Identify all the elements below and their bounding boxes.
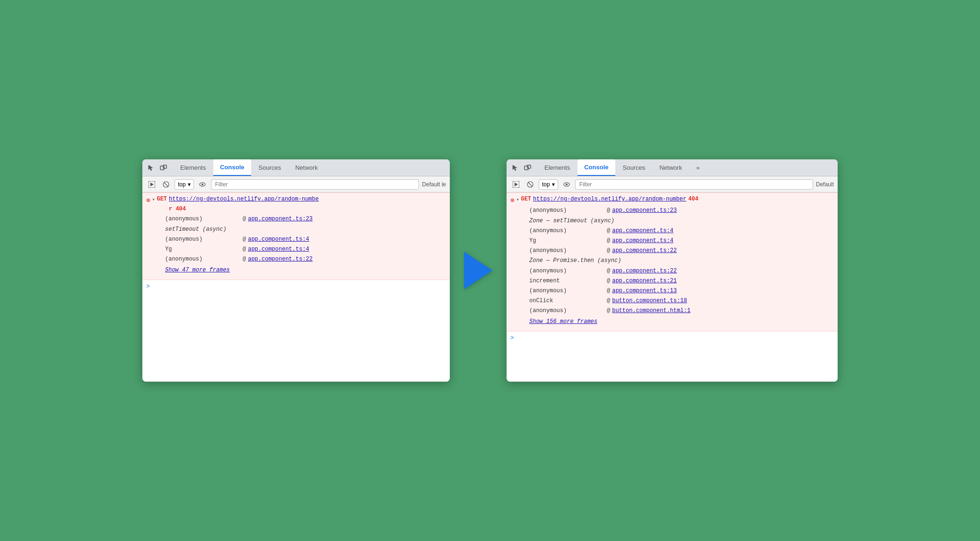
right-context-selector[interactable]: top ▾: [539, 179, 558, 190]
right-box-icon[interactable]: [523, 163, 533, 173]
right-frame-link-4[interactable]: app.component.ts:22: [612, 267, 677, 276]
right-frame-link-7[interactable]: button.component.ts:18: [612, 297, 687, 305]
left-frame-name-2: Yg: [165, 245, 241, 254]
svg-point-15: [566, 183, 568, 185]
right-frame-name-4: (anonymous): [529, 267, 605, 276]
left-error-url[interactable]: https://ng-devtools.netlify.app/random-n…: [169, 195, 319, 204]
left-devtools-panel: Elements Console Sources Network top ▾: [142, 159, 450, 382]
left-frame-link-2[interactable]: app.component.ts:4: [248, 245, 309, 254]
right-frame-2: Yg @ app.component.ts:4: [510, 236, 834, 246]
right-frame-link-8[interactable]: button.component.html:1: [612, 306, 691, 315]
comparison-container: Elements Console Sources Network top ▾: [142, 159, 838, 382]
right-error-first-line: GET https://ng-devtools.netlify.app/rand…: [521, 195, 834, 204]
left-triangle[interactable]: ▾: [152, 196, 155, 204]
right-frame-name-3: (anonymous): [529, 246, 605, 255]
right-filter-input[interactable]: [575, 179, 813, 190]
right-frame-at-7: @: [607, 297, 610, 305]
right-frame-link-0[interactable]: app.component.ts:23: [612, 206, 677, 215]
right-toolbar-icons: [510, 163, 533, 173]
right-frame-at-0: @: [607, 206, 610, 215]
right-frame-8: (anonymous) @ button.component.html:1: [510, 306, 834, 316]
right-tab-console[interactable]: Console: [578, 159, 615, 176]
right-frame-3: (anonymous) @ app.component.ts:22: [510, 246, 834, 256]
left-frame-at-3: @: [243, 255, 246, 264]
right-frame-link-2[interactable]: app.component.ts:4: [612, 236, 674, 245]
right-frame-link-6[interactable]: app.component.ts:13: [612, 287, 677, 296]
right-error-entry: ⊗ ▾ GET https://ng-devtools.netlify.app/…: [507, 192, 838, 332]
left-frame-name-1: (anonymous): [165, 235, 241, 244]
left-frame-0: (anonymous) @ app.component.ts:23: [146, 214, 446, 224]
left-toolbar-icons: [146, 163, 169, 173]
right-frame-link-1[interactable]: app.component.ts:4: [612, 227, 674, 236]
right-async-sep-2: Zone — Promise.then (async): [510, 256, 834, 266]
left-eye-button[interactable]: [197, 179, 208, 190]
left-frame-1: (anonymous) @ app.component.ts:4: [146, 235, 446, 244]
left-error-continuation: r 404: [146, 206, 446, 214]
right-frame-link-3[interactable]: app.component.ts:22: [612, 246, 677, 255]
right-block-button[interactable]: [525, 179, 536, 190]
right-frame-name-8: (anonymous): [529, 306, 605, 315]
left-frame-3: (anonymous) @ app.component.ts:22: [146, 254, 446, 264]
svg-point-7: [201, 183, 203, 185]
left-error-entry: ⊗ ▾ GET https://ng-devtools.netlify.app/…: [142, 192, 450, 280]
left-tab-bar: Elements Console Sources Network: [142, 159, 450, 176]
svg-rect-0: [160, 166, 164, 170]
left-frame-at-0: @: [243, 215, 246, 224]
right-frame-4: (anonymous) @ app.component.ts:22: [510, 266, 834, 276]
left-console-prompt[interactable]: >: [142, 280, 450, 293]
right-default-levels: Default: [816, 181, 834, 188]
right-triangle[interactable]: ▾: [516, 196, 519, 204]
left-tab-console[interactable]: Console: [213, 159, 251, 176]
right-frame-at-5: @: [607, 277, 610, 286]
right-frame-name-2: Yg: [529, 236, 605, 245]
arrow-container: [464, 252, 492, 289]
right-eye-button[interactable]: [561, 179, 572, 190]
right-frame-1: (anonymous) @ app.component.ts:4: [510, 226, 834, 236]
left-tab-sources[interactable]: Sources: [252, 159, 288, 176]
left-console-content: ⊗ ▾ GET https://ng-devtools.netlify.app/…: [142, 192, 450, 382]
left-frame-link-0[interactable]: app.component.ts:23: [248, 215, 313, 224]
right-console-prompt[interactable]: >: [507, 332, 838, 344]
right-error-url[interactable]: https://ng-devtools.netlify.app/random-n…: [533, 195, 686, 204]
left-block-button[interactable]: [160, 179, 172, 190]
right-tab-sources[interactable]: Sources: [616, 159, 652, 176]
left-tab-network[interactable]: Network: [289, 159, 324, 176]
left-frame-at-2: @: [243, 245, 246, 254]
right-error-icon: ⊗: [510, 195, 514, 206]
left-frame-link-1[interactable]: app.component.ts:4: [248, 235, 309, 244]
left-toolbar: top ▾ Default le: [142, 176, 450, 192]
right-error-code: 404: [688, 195, 699, 204]
left-box-icon[interactable]: [158, 163, 169, 173]
left-show-more[interactable]: Show 47 more frames: [146, 264, 446, 278]
left-default-levels: Default le: [422, 181, 446, 188]
left-error-header: ⊗ ▾ GET https://ng-devtools.netlify.app/…: [146, 195, 446, 206]
right-frame-0: (anonymous) @ app.component.ts:23: [510, 206, 834, 216]
right-frame-name-7: onClick: [529, 297, 605, 305]
right-show-more[interactable]: Show 156 more frames: [510, 316, 834, 329]
right-async-label-2: Zone — Promise.then (async): [529, 256, 621, 265]
direction-arrow: [464, 252, 492, 289]
right-tab-elements[interactable]: Elements: [538, 159, 577, 176]
right-frame-at-4: @: [607, 267, 610, 276]
right-run-button[interactable]: [510, 179, 522, 190]
svg-marker-3: [150, 183, 154, 186]
left-cursor-icon[interactable]: [146, 163, 157, 173]
right-frame-at-6: @: [607, 287, 610, 296]
right-cursor-icon[interactable]: [510, 163, 521, 173]
right-frame-7: onClick @ button.component.ts:18: [510, 296, 834, 306]
right-tab-more[interactable]: »: [690, 159, 706, 176]
left-frame-at-1: @: [243, 235, 246, 244]
left-frame-async-label-1: setTimeout (async): [165, 225, 241, 234]
right-tab-network[interactable]: Network: [653, 159, 689, 176]
svg-marker-11: [515, 183, 518, 186]
left-tab-elements[interactable]: Elements: [174, 159, 212, 176]
right-error-header: ⊗ ▾ GET https://ng-devtools.netlify.app/…: [510, 195, 834, 206]
left-context-selector[interactable]: top ▾: [175, 179, 194, 190]
left-run-button[interactable]: [146, 179, 158, 190]
right-frame-name-1: (anonymous): [529, 227, 605, 236]
right-frame-link-5[interactable]: app.component.ts:21: [612, 277, 677, 286]
left-error-icon: ⊗: [146, 195, 150, 206]
left-filter-input[interactable]: [211, 179, 420, 190]
right-error-method: GET: [521, 195, 531, 204]
left-frame-link-3[interactable]: app.component.ts:22: [248, 255, 313, 264]
